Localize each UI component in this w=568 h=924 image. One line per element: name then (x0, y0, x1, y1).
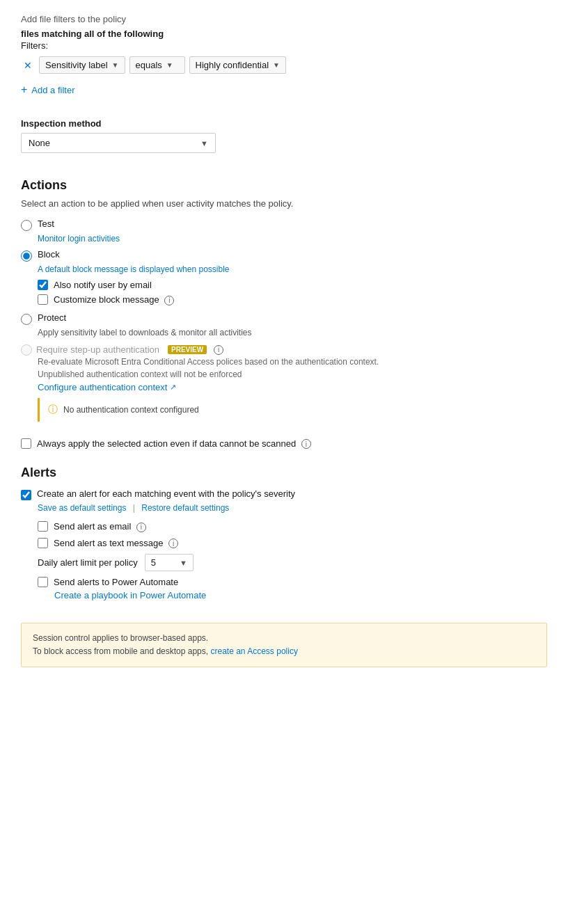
warning-icon: ⓘ (48, 404, 58, 416)
notify-email-checkbox[interactable] (38, 280, 48, 290)
customize-block-option: Customize block message i (38, 294, 547, 305)
inspection-label: Inspection method (21, 118, 547, 129)
daily-limit-dropdown[interactable]: 5 ▼ (145, 554, 194, 571)
create-access-policy-link[interactable]: create an Access policy (210, 646, 297, 656)
send-email-option: Send alert as email i (38, 521, 547, 532)
send-email-checkbox[interactable] (38, 521, 48, 532)
test-label[interactable]: Test (38, 218, 54, 229)
auth-warning-text: No authentication context configured (63, 405, 199, 415)
send-text-info-icon[interactable]: i (168, 539, 178, 548)
power-automate-section: Send alerts to Power Automate Create a p… (38, 577, 547, 600)
external-link-icon: ↗ (170, 383, 176, 392)
remove-filter-button[interactable]: ✕ (21, 58, 35, 72)
daily-limit-label: Daily alert limit per policy (38, 557, 138, 568)
create-playbook-sub: Create a playbook in Power Automate (54, 590, 547, 600)
filter-row: ✕ Sensitivity label ▼ equals ▼ Highly co… (21, 56, 547, 74)
session-banner-line2: To block access from mobile and desktop … (33, 646, 208, 656)
power-automate-checkbox[interactable] (38, 577, 48, 587)
chevron-down-icon: ▼ (112, 61, 119, 69)
configure-auth-link[interactable]: Configure authentication context ↗ (38, 382, 176, 392)
block-label[interactable]: Block (38, 249, 60, 260)
actions-description: Select an action to be applied when user… (21, 198, 547, 209)
power-automate-label[interactable]: Send alerts to Power Automate (54, 577, 178, 587)
customize-block-info-icon[interactable]: i (164, 296, 174, 305)
protect-description: Apply sensitivity label to downloads & m… (38, 328, 547, 337)
filter-sublabel: Filters: (21, 40, 547, 51)
restore-default-link[interactable]: Restore default settings (141, 503, 229, 513)
equals-dropdown[interactable]: equals ▼ (129, 56, 185, 74)
sensitivity-label-dropdown[interactable]: Sensitivity label ▼ (39, 56, 125, 74)
always-apply-row: Always apply the selected action even if… (21, 438, 547, 449)
create-playbook-link[interactable]: Create a playbook in Power Automate (54, 590, 206, 600)
notify-email-label[interactable]: Also notify user by email (54, 280, 152, 290)
test-description: Monitor login activities (38, 234, 547, 244)
auth-desc-1: Re-evaluate Microsoft Entra Conditional … (38, 357, 547, 367)
save-default-link[interactable]: Save as default settings (38, 503, 126, 513)
always-apply-label: Always apply the selected action even if… (37, 438, 311, 449)
inspection-section: Inspection method None ▼ (21, 118, 547, 153)
power-automate-option: Send alerts to Power Automate (38, 577, 547, 587)
filter-match-label: files matching all of the following (21, 29, 547, 39)
daily-limit-value: 5 (151, 557, 156, 568)
require-auth-info-icon[interactable]: i (214, 345, 223, 355)
block-radio-option: Block (21, 249, 547, 262)
create-alert-checkbox[interactable] (21, 490, 31, 500)
chevron-down-icon: ▼ (180, 559, 187, 567)
filter-section: Add file filters to the policy files mat… (21, 14, 547, 96)
add-filter-label: Add a filter (31, 85, 74, 95)
auth-desc-2: Unpublished authentication context will … (38, 369, 547, 379)
filter-value: Highly confidential (196, 60, 269, 70)
send-text-label: Send alert as text message i (54, 538, 178, 549)
filter-value-dropdown[interactable]: Highly confidential ▼ (189, 56, 286, 74)
require-auth-radio[interactable] (21, 344, 32, 356)
require-auth-row: Require step-up authentication PREVIEW i (21, 344, 547, 356)
protect-label[interactable]: Protect (38, 312, 66, 323)
create-alert-row: Create an alert for each matching event … (21, 488, 547, 500)
chevron-down-icon: ▼ (273, 61, 280, 69)
require-auth-label: Require step-up authentication (36, 344, 159, 355)
block-description: A default block message is displayed whe… (38, 264, 547, 274)
block-radio[interactable] (21, 250, 32, 262)
inspection-method-dropdown[interactable]: None ▼ (21, 133, 216, 153)
send-email-label: Send alert as email i (54, 521, 146, 532)
plus-icon: + (21, 83, 27, 96)
preview-badge: PREVIEW (168, 345, 207, 354)
settings-links: Save as default settings | Restore defau… (38, 503, 547, 513)
session-banner: Session control applies to browser-based… (21, 623, 547, 667)
protect-radio[interactable] (21, 314, 32, 325)
daily-limit-row: Daily alert limit per policy 5 ▼ (38, 554, 547, 571)
equals-value: equals (136, 60, 162, 70)
test-radio-option: Test (21, 218, 547, 231)
test-radio[interactable] (21, 220, 32, 231)
alert-sub-options: Send alert as email i Send alert as text… (38, 521, 547, 548)
notify-email-option: Also notify user by email (38, 280, 547, 290)
protect-radio-option: Protect (21, 312, 547, 325)
filter-heading: Add file filters to the policy (21, 14, 547, 24)
actions-title: Actions (21, 178, 547, 193)
send-text-option: Send alert as text message i (38, 538, 547, 549)
customize-block-label: Customize block message i (54, 294, 174, 305)
send-text-checkbox[interactable] (38, 538, 48, 548)
auth-warning-box: ⓘ No authentication context configured (38, 398, 547, 422)
session-banner-line1: Session control applies to browser-based… (33, 633, 208, 643)
inspection-value: None (29, 138, 50, 148)
always-apply-checkbox[interactable] (21, 438, 31, 449)
sensitivity-label-value: Sensitivity label (45, 60, 108, 70)
chevron-down-icon: ▼ (200, 139, 208, 148)
add-filter-button[interactable]: + Add a filter (21, 83, 547, 96)
create-alert-label[interactable]: Create an alert for each matching event … (37, 488, 295, 499)
alerts-title: Alerts (21, 465, 547, 480)
customize-block-checkbox[interactable] (38, 294, 48, 305)
alerts-section: Alerts Create an alert for each matching… (21, 465, 547, 600)
always-apply-info-icon[interactable]: i (301, 439, 311, 449)
send-email-info-icon[interactable]: i (136, 523, 146, 532)
actions-section: Actions Select an action to be applied w… (21, 178, 547, 422)
chevron-down-icon: ▼ (166, 61, 173, 69)
